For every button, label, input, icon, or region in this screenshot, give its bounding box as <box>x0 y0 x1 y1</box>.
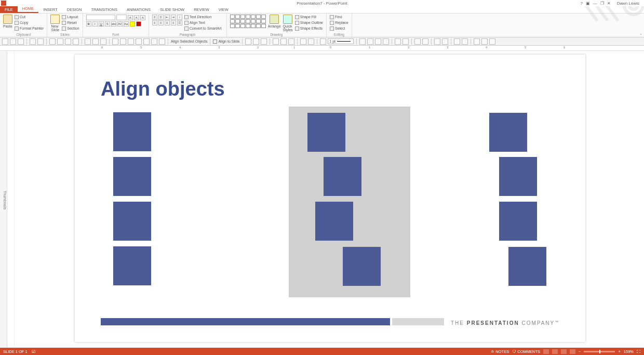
case-button[interactable]: Aa <box>124 21 129 27</box>
restore-icon[interactable]: ❐ <box>600 1 605 6</box>
tb-button[interactable] <box>474 38 480 45</box>
highlight-button[interactable] <box>130 21 135 27</box>
tab-view[interactable]: VIEW <box>214 6 233 13</box>
shape-square[interactable] <box>315 202 353 241</box>
shape-square[interactable] <box>113 157 151 196</box>
thumbnails-pane-collapsed[interactable]: Thumbnails <box>0 51 7 348</box>
tb-button[interactable] <box>151 38 157 45</box>
slide-viewport[interactable]: Align objects THE PRESENTATION COMPANY™ <box>7 51 644 348</box>
align-selected-label[interactable]: Align Selected Objects <box>171 40 207 43</box>
tb-button[interactable] <box>489 38 495 45</box>
zoom-slider[interactable] <box>584 351 615 352</box>
tb-button[interactable] <box>159 38 165 45</box>
tb-button[interactable] <box>395 38 401 45</box>
tab-slideshow[interactable]: SLIDE SHOW <box>155 6 189 13</box>
font-size-combo[interactable] <box>116 15 127 20</box>
zoom-level[interactable]: 159% <box>624 349 634 354</box>
clear-format-button[interactable]: A <box>140 15 145 20</box>
qat-redo-button[interactable] <box>37 38 44 45</box>
comments-button[interactable]: 🗨 COMMENTS <box>512 349 540 354</box>
shape-square[interactable] <box>307 113 345 152</box>
minimize-icon[interactable]: — <box>593 1 598 6</box>
tab-animations[interactable]: ANIMATIONS <box>122 6 155 13</box>
tb-button[interactable] <box>73 38 79 45</box>
zoom-in-button[interactable]: + <box>618 349 620 354</box>
shape-square[interactable] <box>499 202 537 241</box>
shape-effects-button[interactable]: Shape Effects <box>295 26 323 31</box>
tb-button[interactable] <box>49 38 56 45</box>
align-text-button[interactable]: Align Text <box>184 20 222 25</box>
cut-button[interactable]: Cut <box>15 15 44 20</box>
line-spacing-button[interactable]: ↕ <box>177 15 182 20</box>
tb-button[interactable] <box>434 38 440 45</box>
font-family-combo[interactable] <box>86 15 115 20</box>
numbering-button[interactable]: ≡ <box>158 15 164 20</box>
select-button[interactable]: Select <box>330 26 348 31</box>
tab-design[interactable]: DESIGN <box>62 6 87 13</box>
section-button[interactable]: Section <box>62 26 79 31</box>
justify-button[interactable]: ≡ <box>171 20 176 25</box>
font-color-button[interactable]: A <box>136 21 141 27</box>
tab-file[interactable]: FILE <box>0 6 18 13</box>
tb-button[interactable] <box>273 38 279 45</box>
tb-button[interactable] <box>454 38 460 45</box>
tb-button[interactable] <box>300 38 306 45</box>
shape-square[interactable] <box>343 247 381 286</box>
view-sorter-button[interactable] <box>552 349 558 354</box>
tb-button[interactable] <box>414 38 421 45</box>
bold-button[interactable]: B <box>86 21 91 27</box>
align-right-button[interactable]: ≡ <box>165 20 170 25</box>
ribbon-options-icon[interactable]: ▣ <box>585 1 591 6</box>
strike-button[interactable]: abc <box>111 21 116 27</box>
shape-square[interactable] <box>324 157 361 196</box>
shape-square[interactable] <box>113 112 151 151</box>
new-slide-button[interactable]: New Slide <box>50 15 60 32</box>
tb-button[interactable] <box>280 38 287 45</box>
tb-button[interactable] <box>462 38 468 45</box>
user-name[interactable]: Dawn Lewis <box>616 1 640 6</box>
convert-smartart-button[interactable]: Convert to SmartArt <box>184 26 222 31</box>
tb-button[interactable] <box>308 38 314 45</box>
weight-combo[interactable]: 1 pt <box>328 38 354 44</box>
tb-button[interactable] <box>403 38 409 45</box>
tb-button[interactable] <box>367 38 373 45</box>
shape-fill-button[interactable]: Shape Fill <box>295 15 323 20</box>
increase-font-button[interactable]: A <box>128 15 133 20</box>
increase-indent-button[interactable]: ⇥ <box>171 15 176 20</box>
tb-button[interactable] <box>253 38 259 45</box>
close-icon[interactable]: ✕ <box>607 1 611 6</box>
zoom-out-button[interactable]: − <box>579 349 581 354</box>
qat-undo-button[interactable] <box>30 38 36 45</box>
columns-button[interactable]: ☰ <box>177 20 182 25</box>
align-to-slide-checkbox[interactable]: Align to Slide <box>213 40 239 44</box>
tb-button[interactable] <box>136 38 142 45</box>
shape-square[interactable] <box>508 247 546 286</box>
spacing-button[interactable]: AV <box>117 21 123 27</box>
reset-button[interactable]: Reset <box>62 20 79 25</box>
page-title[interactable]: Align objects <box>101 78 225 100</box>
spellcheck-icon[interactable]: ☑ <box>32 349 35 354</box>
paste-button[interactable]: Paste <box>3 15 12 28</box>
shape-square[interactable] <box>113 246 151 285</box>
tb-button[interactable] <box>112 38 118 45</box>
notes-button[interactable]: ≐ NOTES <box>491 349 509 354</box>
arrange-button[interactable]: Arrange <box>268 15 281 28</box>
tb-button[interactable] <box>100 38 106 45</box>
shapes-gallery[interactable] <box>230 15 266 28</box>
tb-button[interactable] <box>120 38 126 45</box>
italic-button[interactable]: I <box>92 21 98 27</box>
underline-button[interactable]: U <box>99 21 104 27</box>
tab-insert[interactable]: INSERT <box>38 6 62 13</box>
fit-to-window-button[interactable]: ⛶ <box>637 349 641 354</box>
tb-button[interactable] <box>442 38 448 45</box>
tab-review[interactable]: REVIEW <box>189 6 214 13</box>
tb-button[interactable] <box>261 38 267 45</box>
qat-button[interactable] <box>10 38 16 45</box>
tb-button[interactable] <box>359 38 366 45</box>
layout-button[interactable]: Layout <box>62 15 79 20</box>
decrease-font-button[interactable]: A <box>134 15 139 20</box>
tb-button[interactable] <box>85 38 91 45</box>
text-direction-button[interactable]: Text Direction <box>184 15 222 20</box>
shape-square[interactable] <box>499 157 537 196</box>
view-reading-button[interactable] <box>561 349 567 354</box>
